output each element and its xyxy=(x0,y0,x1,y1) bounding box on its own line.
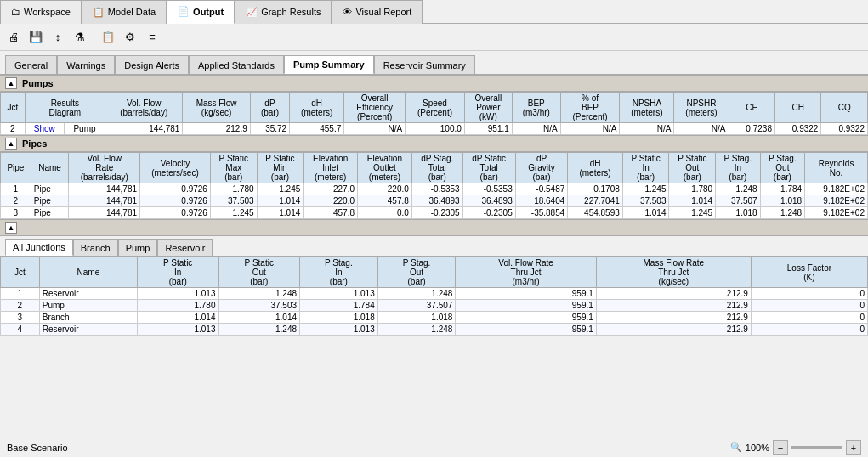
pipe-1-dp-stag-total: -0.5353 xyxy=(411,183,462,195)
pump-row-1: 2 Show Pump 144,781 212.9 35.72 455.7 N/… xyxy=(1,123,868,135)
pipe-1-dp-gravity: -0.5487 xyxy=(515,183,568,195)
jct-row-3: 3 Branch 1.014 1.014 1.018 1.018 959.1 2… xyxy=(1,312,868,324)
toolbar-filter-btn[interactable]: ⚗ xyxy=(70,27,90,48)
pump-bep: N/A xyxy=(512,123,560,135)
pump-th-dp: dP(bar) xyxy=(250,93,289,123)
pipe-3-dp-gravity: -35.8854 xyxy=(515,207,568,219)
jct-3-mass-flow: 212.9 xyxy=(596,312,751,324)
tab-workspace-label: Workspace xyxy=(24,7,71,17)
toolbar-copy-btn[interactable]: 📋 xyxy=(98,27,118,48)
jct-3-vol-flow: 959.1 xyxy=(456,312,596,324)
pipe-2-elev-outlet: 457.8 xyxy=(358,195,412,207)
jct-tab-all[interactable]: All Junctions xyxy=(5,239,73,256)
jct-tab-branch[interactable]: Branch xyxy=(73,239,118,256)
pump-dh: 455.7 xyxy=(290,123,344,135)
pipe-1-p-static-in: 1.245 xyxy=(622,183,669,195)
jct-2-p-stag-out: 37.507 xyxy=(377,300,456,312)
pipe-th-p-static-in: P StaticIn(bar) xyxy=(622,153,669,183)
pump-th-vol-flow: Vol. Flow(barrels/day) xyxy=(105,93,182,123)
pump-th-npsha: NPSHA(meters) xyxy=(620,93,674,123)
jct-tab-pump[interactable]: Pump xyxy=(118,239,158,256)
workspace-icon: 🗂 xyxy=(11,7,20,17)
pipe-2-vol-flow: 144,781 xyxy=(69,195,140,207)
pipe-3-p-stag-out: 1.248 xyxy=(760,207,804,219)
pump-speed: 100.0 xyxy=(406,123,465,135)
sub-tab-pump-summary[interactable]: Pump Summary xyxy=(284,55,374,74)
pipe-1-velocity: 0.9726 xyxy=(140,183,211,195)
pump-th-npshr: NPSHR(meters) xyxy=(674,93,729,123)
pipe-th-dp-stag-total: dP Stag.Total(bar) xyxy=(411,153,462,183)
pipe-1-p-static-max: 1.780 xyxy=(210,183,257,195)
jct-4-vol-flow: 959.1 xyxy=(456,324,596,336)
pumps-collapse-btn[interactable]: ▲ xyxy=(5,77,17,89)
jct-1-mass-flow: 212.9 xyxy=(596,288,751,300)
pipe-1-elev-outlet: 220.0 xyxy=(358,183,412,195)
jct-row-4: 4 Reservoir 1.013 1.248 1.013 1.248 959.… xyxy=(1,324,868,336)
pipe-th-elev-inlet: ElevationInlet(meters) xyxy=(304,153,358,183)
sub-tab-warnings[interactable]: Warnings xyxy=(57,55,115,74)
tab-workspace[interactable]: 🗂 Workspace xyxy=(0,0,82,24)
jct-th-p-static-out: P StaticOut(bar) xyxy=(218,257,300,288)
pipe-2-p-static-min: 1.014 xyxy=(257,195,304,207)
jct-1-p-stag-in: 1.013 xyxy=(300,288,378,300)
jct-tabs: All Junctions Branch Pump Reservoir xyxy=(0,236,868,257)
pump-th-cq: CQ xyxy=(821,93,868,123)
pipe-th-pipe: Pipe xyxy=(1,153,31,183)
toolbar-save-btn[interactable]: 💾 xyxy=(26,27,46,48)
sub-tab-design-alerts-label: Design Alerts xyxy=(124,60,179,71)
jct-tab-branch-label: Branch xyxy=(81,243,111,253)
sub-tab-pump-summary-label: Pump Summary xyxy=(293,59,365,70)
tab-visual-report[interactable]: 👁 Visual Report xyxy=(332,0,423,24)
pipe-3-num: 3 xyxy=(1,207,31,219)
pipe-1-num: 1 xyxy=(1,183,31,195)
zoom-in-btn[interactable]: + xyxy=(846,440,861,455)
sub-tab-applied-standards[interactable]: Applied Standards xyxy=(189,55,284,74)
jct-th-name: Name xyxy=(39,257,137,288)
pipe-2-p-stag-in: 37.507 xyxy=(716,195,760,207)
pipes-collapse-btn[interactable]: ▲ xyxy=(5,138,17,150)
jct-collapse-btn[interactable]: ▲ xyxy=(5,222,17,234)
pipe-1-p-static-min: 1.245 xyxy=(257,183,304,195)
tab-output[interactable]: 📄 Output xyxy=(167,0,235,24)
pipes-section-title: Pipes xyxy=(22,138,47,149)
jct-3-p-static-in: 1.014 xyxy=(137,312,218,324)
jct-4-loss-factor: 0 xyxy=(751,324,867,336)
toolbar-print-btn[interactable]: 🖨 xyxy=(3,27,24,48)
jct-3-p-stag-out: 1.018 xyxy=(377,312,456,324)
pipe-2-dp-static-total: 36.4893 xyxy=(462,195,515,207)
pump-cq: 0.9322 xyxy=(821,123,868,135)
tab-graph-results[interactable]: 📈 Graph Results xyxy=(235,0,332,24)
sub-tab-general[interactable]: General xyxy=(5,55,57,74)
zoom-out-btn[interactable]: − xyxy=(773,440,788,455)
pump-mass-flow: 212.9 xyxy=(183,123,250,135)
pump-ce: 0.7238 xyxy=(729,123,774,135)
zoom-slider[interactable] xyxy=(791,446,842,449)
visual-icon: 👁 xyxy=(343,7,352,17)
jct-tab-reservoir[interactable]: Reservoir xyxy=(157,239,213,256)
jct-4-p-stag-in: 1.013 xyxy=(300,324,378,336)
toolbar-table-btn[interactable]: ≡ xyxy=(142,27,162,48)
jct-2-p-stag-in: 1.784 xyxy=(300,300,378,312)
pump-dp: 35.72 xyxy=(250,123,289,135)
pump-ch: 0.9322 xyxy=(774,123,820,135)
pipe-1-dp-static-total: -0.5353 xyxy=(462,183,515,195)
tab-model-data-label: Model Data xyxy=(108,7,156,17)
pipe-th-p-stag-out: P Stag.Out(bar) xyxy=(760,153,804,183)
sub-tab-design-alerts[interactable]: Design Alerts xyxy=(115,55,189,74)
pipe-3-velocity: 0.9726 xyxy=(140,207,211,219)
toolbar-paste-btn[interactable]: ⚙ xyxy=(120,27,140,48)
graph-icon: 📈 xyxy=(246,7,258,18)
jct-th-mass-flow: Mass Flow RateThru Jct(kg/sec) xyxy=(596,257,751,288)
sub-tab-reservoir-summary[interactable]: Reservoir Summary xyxy=(374,55,475,74)
pipe-1-elev-inlet: 227.0 xyxy=(304,183,358,195)
pump-vol-flow: 144,781 xyxy=(105,123,182,135)
tab-model-data[interactable]: 📋 Model Data xyxy=(82,0,167,24)
pipe-1-p-stag-in: 1.248 xyxy=(716,183,760,195)
jct-4-num: 4 xyxy=(1,324,40,336)
jct-th-jct: Jct xyxy=(1,257,40,288)
sub-tab-reservoir-summary-label: Reservoir Summary xyxy=(383,60,466,71)
model-data-icon: 📋 xyxy=(93,7,105,18)
pump-show-link[interactable]: Show xyxy=(25,123,64,135)
jct-th-p-stag-in: P Stag.In(bar) xyxy=(300,257,378,288)
toolbar-sort-btn[interactable]: ↕ xyxy=(48,27,68,48)
